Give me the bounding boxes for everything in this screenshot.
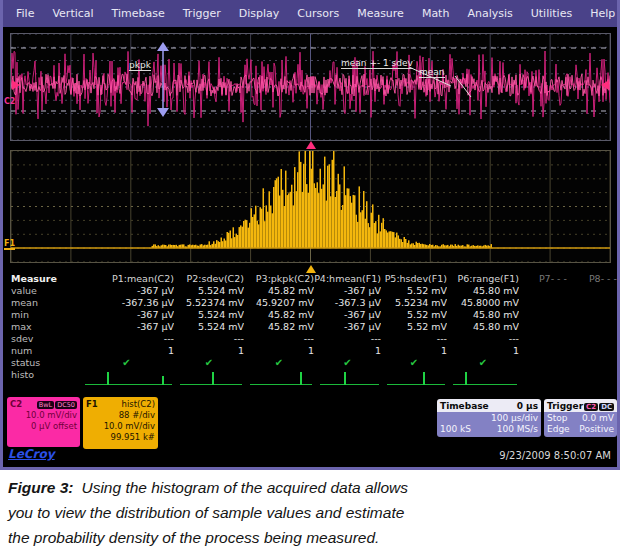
menu-item-help[interactable]: Help — [581, 7, 620, 20]
status-check-icon: ✔ — [479, 357, 487, 368]
timebase-value: 0 µs — [517, 401, 538, 411]
f1-hscale: 10.0 mV/div — [86, 421, 155, 432]
measure-table-title: Measure — [9, 273, 79, 285]
measure-cell — [174, 369, 244, 388]
f1-population: 99.951 k# — [86, 432, 155, 443]
measure-cell: 1 — [174, 345, 244, 357]
measure-cell: -367 µV — [314, 309, 381, 321]
c2-descriptor[interactable]: C2 BwLDC50 10.0 mV/div 0 µV offset — [7, 397, 80, 447]
trigger-mode: Stop — [547, 413, 567, 424]
mean-sdev-annotation: mean +- 1 sdev — [341, 58, 413, 69]
measure-cell: -367.36 µV — [79, 297, 174, 309]
histogram-panel — [10, 150, 611, 263]
menu-item-display[interactable]: Display — [230, 7, 289, 20]
status-check-icon: ✔ — [275, 357, 283, 368]
measure-cell: 1 — [381, 345, 447, 357]
menu-item-trigger[interactable]: Trigger — [174, 7, 230, 20]
trigger-badges: C2DC — [583, 401, 614, 411]
trigger-box[interactable]: Trigger C2DC Stop0.0 mV EdgePositive — [544, 399, 617, 437]
measure-cell — [567, 297, 617, 309]
measure-cell: 1 — [79, 345, 174, 357]
measure-column-header[interactable]: P3:pkpk(C2) — [244, 273, 314, 285]
f1-descriptor[interactable]: F1 hist(C2) 88 #/div 10.0 mV/div 99.951 … — [83, 397, 158, 449]
caption-line3: the probability density of the process b… — [8, 525, 612, 548]
histicon — [180, 369, 244, 386]
trigger-position-marker[interactable] — [306, 141, 316, 149]
measure-cell: 45.9207 mV — [244, 297, 314, 309]
measure-cell: 45.80 mV — [447, 285, 519, 297]
measure-cell: --- — [79, 333, 174, 345]
f1-function: hist(C2) — [122, 399, 156, 410]
measure-cell — [447, 369, 519, 388]
timebase-scale: 100 µs/div — [491, 413, 538, 424]
measure-cell — [519, 333, 567, 345]
status-check-icon: ✔ — [122, 357, 130, 368]
measure-column-header[interactable]: P1:mean(C2) — [79, 273, 174, 285]
measure-cell: 1 — [447, 345, 519, 357]
measure-cell — [519, 297, 567, 309]
measure-row-label: histo — [9, 369, 79, 388]
trigger-source-badge: C2 — [584, 403, 598, 411]
histogram-svg — [11, 151, 610, 262]
measure-cell: 5.524 mV — [174, 321, 244, 333]
trigger-title: Trigger — [547, 401, 583, 411]
measure-cell: --- — [447, 333, 519, 345]
scope-screen: pkpk mean +- 1 sdev mean C2 F1 MeasureP1… — [3, 27, 617, 467]
measure-cell: -367.3 µV — [314, 297, 381, 309]
measure-row-label: min — [9, 309, 79, 321]
f1-name: F1 — [86, 399, 98, 410]
measure-cell — [519, 357, 567, 369]
measure-cell — [567, 285, 617, 297]
menu-item-math[interactable]: Math — [413, 7, 459, 20]
timebase-box[interactable]: Timebase 0 µs 100 µs/div 100 kS100 MS/s — [437, 399, 541, 437]
measure-cell: --- — [314, 333, 381, 345]
measure-row-label: value — [9, 285, 79, 297]
measure-column-header[interactable]: P4:hmean(F1) — [314, 273, 381, 285]
caption-line1: Using the histogram of the acquired data… — [81, 479, 408, 496]
histicon — [85, 369, 174, 386]
menu-item-vertical[interactable]: Vertical — [43, 7, 102, 20]
measure-cell — [519, 321, 567, 333]
measure-cell: 1 — [244, 345, 314, 357]
menu-item-timebase[interactable]: Timebase — [103, 7, 174, 20]
measure-cell — [567, 369, 617, 388]
measure-cell — [381, 369, 447, 388]
measure-column-header[interactable]: P6:range(F1) — [447, 273, 519, 285]
menu-item-file[interactable]: File — [7, 7, 43, 20]
measure-row-label: num — [9, 345, 79, 357]
measure-cell: --- — [244, 333, 314, 345]
menu-item-analysis[interactable]: Analysis — [458, 7, 521, 20]
c2-name: C2 — [10, 399, 22, 410]
measure-column-header[interactable]: P5:hsdev(F1) — [381, 273, 447, 285]
mean-annotation: mean — [419, 67, 445, 78]
menu-item-utilities[interactable]: Utilities — [522, 7, 581, 20]
measure-cell: ✔ — [174, 357, 244, 369]
figure-caption: Figure 3:Using the histogram of the acqu… — [0, 470, 620, 548]
measure-cell: 45.8000 mV — [447, 297, 519, 309]
histogram-center-marker[interactable] — [306, 265, 316, 273]
c2-offset: 0 µV offset — [10, 421, 77, 432]
measure-row-label: status — [9, 357, 79, 369]
measure-cell — [567, 321, 617, 333]
menu-item-cursors[interactable]: Cursors — [288, 7, 348, 20]
measure-cell — [519, 345, 567, 357]
measure-cell — [567, 333, 617, 345]
measure-row-label: mean — [9, 297, 79, 309]
caption-label: Figure 3: — [8, 479, 73, 496]
histicon — [250, 369, 314, 386]
measure-row-label: sdev — [9, 333, 79, 345]
measure-cell: 5.52 mV — [381, 285, 447, 297]
measure-column-header[interactable]: P2:sdev(C2) — [174, 273, 244, 285]
measure-cell: ✔ — [79, 357, 174, 369]
measure-cell — [244, 369, 314, 388]
measure-cell: 45.82 mV — [244, 309, 314, 321]
menu-bar: FileVerticalTimebaseTriggerDisplayCursor… — [3, 0, 617, 27]
c2-trace-label: C2 — [4, 97, 15, 106]
measure-cell — [519, 309, 567, 321]
menu-item-measure[interactable]: Measure — [348, 7, 413, 20]
measure-row-label: max — [9, 321, 79, 333]
measure-cell: 5.52374 mV — [174, 297, 244, 309]
measure-cell: -367 µV — [314, 321, 381, 333]
trigger-coupling-badge: DC — [599, 403, 614, 411]
waveform-svg — [11, 34, 610, 140]
